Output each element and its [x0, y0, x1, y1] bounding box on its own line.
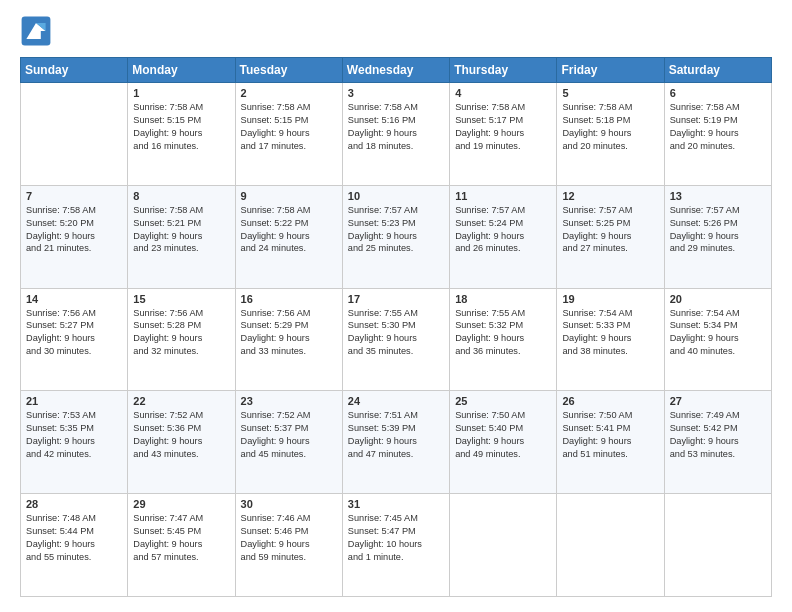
day-number: 23: [241, 395, 337, 407]
day-number: 2: [241, 87, 337, 99]
day-number: 18: [455, 293, 551, 305]
day-number: 3: [348, 87, 444, 99]
day-number: 22: [133, 395, 229, 407]
day-cell: [450, 494, 557, 597]
day-cell: 24Sunrise: 7:51 AM Sunset: 5:39 PM Dayli…: [342, 391, 449, 494]
day-cell: 23Sunrise: 7:52 AM Sunset: 5:37 PM Dayli…: [235, 391, 342, 494]
day-cell: 28Sunrise: 7:48 AM Sunset: 5:44 PM Dayli…: [21, 494, 128, 597]
day-header-saturday: Saturday: [664, 58, 771, 83]
day-cell: 1Sunrise: 7:58 AM Sunset: 5:15 PM Daylig…: [128, 83, 235, 186]
day-cell: 18Sunrise: 7:55 AM Sunset: 5:32 PM Dayli…: [450, 288, 557, 391]
day-cell: 15Sunrise: 7:56 AM Sunset: 5:28 PM Dayli…: [128, 288, 235, 391]
day-info: Sunrise: 7:47 AM Sunset: 5:45 PM Dayligh…: [133, 512, 229, 564]
day-number: 13: [670, 190, 766, 202]
day-cell: 7Sunrise: 7:58 AM Sunset: 5:20 PM Daylig…: [21, 185, 128, 288]
day-header-sunday: Sunday: [21, 58, 128, 83]
week-row-4: 21Sunrise: 7:53 AM Sunset: 5:35 PM Dayli…: [21, 391, 772, 494]
day-number: 31: [348, 498, 444, 510]
day-info: Sunrise: 7:53 AM Sunset: 5:35 PM Dayligh…: [26, 409, 122, 461]
day-cell: 6Sunrise: 7:58 AM Sunset: 5:19 PM Daylig…: [664, 83, 771, 186]
day-cell: [557, 494, 664, 597]
day-info: Sunrise: 7:54 AM Sunset: 5:34 PM Dayligh…: [670, 307, 766, 359]
day-info: Sunrise: 7:50 AM Sunset: 5:40 PM Dayligh…: [455, 409, 551, 461]
day-number: 26: [562, 395, 658, 407]
day-cell: 5Sunrise: 7:58 AM Sunset: 5:18 PM Daylig…: [557, 83, 664, 186]
logo: [20, 15, 56, 47]
day-info: Sunrise: 7:58 AM Sunset: 5:15 PM Dayligh…: [133, 101, 229, 153]
day-number: 28: [26, 498, 122, 510]
day-number: 29: [133, 498, 229, 510]
day-info: Sunrise: 7:49 AM Sunset: 5:42 PM Dayligh…: [670, 409, 766, 461]
calendar-body: 1Sunrise: 7:58 AM Sunset: 5:15 PM Daylig…: [21, 83, 772, 597]
day-cell: 9Sunrise: 7:58 AM Sunset: 5:22 PM Daylig…: [235, 185, 342, 288]
day-info: Sunrise: 7:52 AM Sunset: 5:37 PM Dayligh…: [241, 409, 337, 461]
week-row-2: 7Sunrise: 7:58 AM Sunset: 5:20 PM Daylig…: [21, 185, 772, 288]
day-cell: 31Sunrise: 7:45 AM Sunset: 5:47 PM Dayli…: [342, 494, 449, 597]
header-row: SundayMondayTuesdayWednesdayThursdayFrid…: [21, 58, 772, 83]
day-number: 8: [133, 190, 229, 202]
day-number: 19: [562, 293, 658, 305]
day-number: 25: [455, 395, 551, 407]
day-cell: 25Sunrise: 7:50 AM Sunset: 5:40 PM Dayli…: [450, 391, 557, 494]
day-cell: 11Sunrise: 7:57 AM Sunset: 5:24 PM Dayli…: [450, 185, 557, 288]
day-cell: 2Sunrise: 7:58 AM Sunset: 5:15 PM Daylig…: [235, 83, 342, 186]
day-number: 10: [348, 190, 444, 202]
day-cell: 14Sunrise: 7:56 AM Sunset: 5:27 PM Dayli…: [21, 288, 128, 391]
day-info: Sunrise: 7:58 AM Sunset: 5:15 PM Dayligh…: [241, 101, 337, 153]
day-number: 11: [455, 190, 551, 202]
day-header-thursday: Thursday: [450, 58, 557, 83]
day-cell: [664, 494, 771, 597]
day-info: Sunrise: 7:51 AM Sunset: 5:39 PM Dayligh…: [348, 409, 444, 461]
day-info: Sunrise: 7:54 AM Sunset: 5:33 PM Dayligh…: [562, 307, 658, 359]
day-header-friday: Friday: [557, 58, 664, 83]
day-header-wednesday: Wednesday: [342, 58, 449, 83]
day-number: 1: [133, 87, 229, 99]
day-info: Sunrise: 7:58 AM Sunset: 5:22 PM Dayligh…: [241, 204, 337, 256]
day-cell: 19Sunrise: 7:54 AM Sunset: 5:33 PM Dayli…: [557, 288, 664, 391]
day-cell: [21, 83, 128, 186]
day-cell: 10Sunrise: 7:57 AM Sunset: 5:23 PM Dayli…: [342, 185, 449, 288]
day-info: Sunrise: 7:57 AM Sunset: 5:25 PM Dayligh…: [562, 204, 658, 256]
day-number: 7: [26, 190, 122, 202]
day-info: Sunrise: 7:58 AM Sunset: 5:16 PM Dayligh…: [348, 101, 444, 153]
day-number: 21: [26, 395, 122, 407]
header: [20, 15, 772, 47]
day-info: Sunrise: 7:56 AM Sunset: 5:27 PM Dayligh…: [26, 307, 122, 359]
day-cell: 26Sunrise: 7:50 AM Sunset: 5:41 PM Dayli…: [557, 391, 664, 494]
day-number: 12: [562, 190, 658, 202]
day-header-tuesday: Tuesday: [235, 58, 342, 83]
day-header-monday: Monday: [128, 58, 235, 83]
week-row-1: 1Sunrise: 7:58 AM Sunset: 5:15 PM Daylig…: [21, 83, 772, 186]
day-number: 16: [241, 293, 337, 305]
logo-icon: [20, 15, 52, 47]
day-info: Sunrise: 7:57 AM Sunset: 5:24 PM Dayligh…: [455, 204, 551, 256]
day-cell: 30Sunrise: 7:46 AM Sunset: 5:46 PM Dayli…: [235, 494, 342, 597]
day-info: Sunrise: 7:48 AM Sunset: 5:44 PM Dayligh…: [26, 512, 122, 564]
day-cell: 13Sunrise: 7:57 AM Sunset: 5:26 PM Dayli…: [664, 185, 771, 288]
day-number: 6: [670, 87, 766, 99]
day-number: 5: [562, 87, 658, 99]
day-cell: 4Sunrise: 7:58 AM Sunset: 5:17 PM Daylig…: [450, 83, 557, 186]
day-info: Sunrise: 7:58 AM Sunset: 5:18 PM Dayligh…: [562, 101, 658, 153]
day-info: Sunrise: 7:55 AM Sunset: 5:32 PM Dayligh…: [455, 307, 551, 359]
day-cell: 22Sunrise: 7:52 AM Sunset: 5:36 PM Dayli…: [128, 391, 235, 494]
day-cell: 20Sunrise: 7:54 AM Sunset: 5:34 PM Dayli…: [664, 288, 771, 391]
calendar-header: SundayMondayTuesdayWednesdayThursdayFrid…: [21, 58, 772, 83]
day-info: Sunrise: 7:57 AM Sunset: 5:23 PM Dayligh…: [348, 204, 444, 256]
day-info: Sunrise: 7:58 AM Sunset: 5:17 PM Dayligh…: [455, 101, 551, 153]
day-info: Sunrise: 7:55 AM Sunset: 5:30 PM Dayligh…: [348, 307, 444, 359]
day-cell: 12Sunrise: 7:57 AM Sunset: 5:25 PM Dayli…: [557, 185, 664, 288]
day-info: Sunrise: 7:58 AM Sunset: 5:20 PM Dayligh…: [26, 204, 122, 256]
day-info: Sunrise: 7:57 AM Sunset: 5:26 PM Dayligh…: [670, 204, 766, 256]
day-cell: 21Sunrise: 7:53 AM Sunset: 5:35 PM Dayli…: [21, 391, 128, 494]
day-number: 27: [670, 395, 766, 407]
day-cell: 16Sunrise: 7:56 AM Sunset: 5:29 PM Dayli…: [235, 288, 342, 391]
day-number: 4: [455, 87, 551, 99]
day-number: 17: [348, 293, 444, 305]
day-info: Sunrise: 7:58 AM Sunset: 5:21 PM Dayligh…: [133, 204, 229, 256]
page: SundayMondayTuesdayWednesdayThursdayFrid…: [0, 0, 792, 612]
calendar: SundayMondayTuesdayWednesdayThursdayFrid…: [20, 57, 772, 597]
day-cell: 29Sunrise: 7:47 AM Sunset: 5:45 PM Dayli…: [128, 494, 235, 597]
day-number: 24: [348, 395, 444, 407]
day-cell: 27Sunrise: 7:49 AM Sunset: 5:42 PM Dayli…: [664, 391, 771, 494]
